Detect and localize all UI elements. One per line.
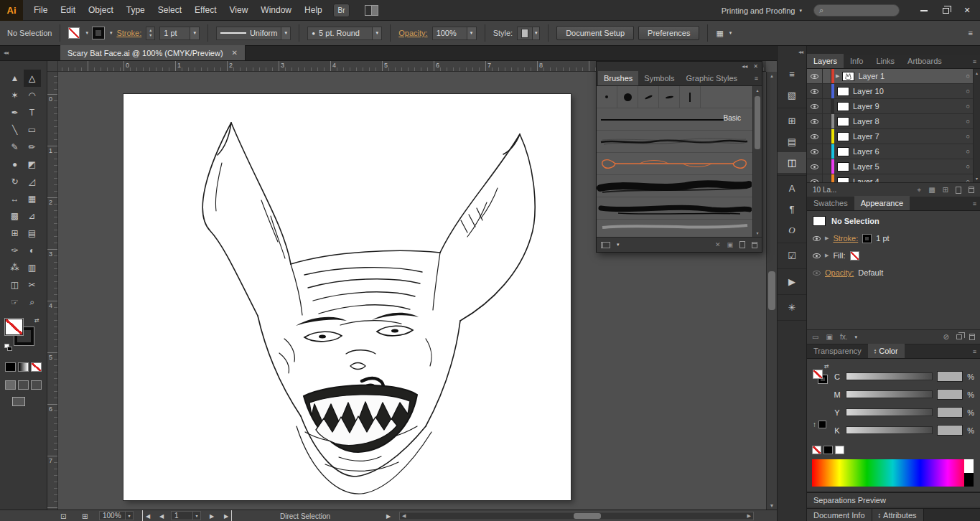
lock-toggle[interactable] xyxy=(823,99,831,113)
menu-object[interactable]: Object xyxy=(82,0,120,21)
target-circle[interactable]: ○ xyxy=(966,133,970,140)
chevron-down-icon[interactable]: ▾ xyxy=(532,27,539,39)
character-panel-icon[interactable]: A xyxy=(778,178,806,199)
delete-item-icon[interactable] xyxy=(969,334,975,340)
mesh-tool[interactable]: ⊞ xyxy=(6,225,24,242)
swap-fill-stroke-icon[interactable]: ⇄ xyxy=(34,317,39,324)
layer-name[interactable]: Layer 7 xyxy=(853,132,879,141)
target-circle[interactable]: ○ xyxy=(966,178,970,182)
vertical-ruler[interactable]: 012345678 xyxy=(47,72,58,510)
stroke-weight-stepper[interactable]: ▴▾ xyxy=(146,27,155,40)
target-circle[interactable]: ○ xyxy=(966,88,970,95)
visibility-toggle[interactable] xyxy=(807,69,823,83)
new-sublayer-icon[interactable]: ⊞ xyxy=(943,186,948,194)
target-circle[interactable]: ○ xyxy=(966,103,970,110)
stroke-link[interactable]: Stroke: xyxy=(116,29,141,37)
layer-thumbnail[interactable] xyxy=(837,87,849,96)
separations-preview-tab[interactable]: Separations Preview xyxy=(807,492,980,507)
layer-thumbnail[interactable] xyxy=(837,147,849,156)
color-button[interactable] xyxy=(5,362,16,372)
menu-effect[interactable]: Effect xyxy=(188,0,223,21)
scrollbar-thumb[interactable] xyxy=(574,513,601,519)
layer-name[interactable]: Layer 5 xyxy=(853,162,879,171)
status-menu-icon[interactable]: ▶ xyxy=(383,510,393,521)
tab-brushes[interactable]: Brushes xyxy=(598,71,638,85)
tab-color[interactable]: ▴▾ Color xyxy=(868,344,905,358)
stroke-swatch[interactable] xyxy=(93,27,104,39)
add-stroke-icon[interactable]: ▭ xyxy=(812,333,818,341)
layer-name[interactable]: Layer 1 xyxy=(858,72,885,80)
delete-layer-icon[interactable] xyxy=(969,187,974,193)
color-spectrum-bar[interactable] xyxy=(812,459,974,487)
chevron-down-icon[interactable]: ▾ xyxy=(110,30,113,36)
zoom-combo[interactable]: 100% ▾ xyxy=(99,511,134,520)
visibility-toggle[interactable] xyxy=(807,99,823,113)
layers-scrollbar[interactable]: ▴▾ xyxy=(973,69,980,182)
swap-fill-stroke-icon[interactable]: ⇄ xyxy=(824,363,829,370)
close-tab-icon[interactable]: ✕ xyxy=(232,49,238,57)
width-profile-combo[interactable]: Uniform ▾ xyxy=(216,27,291,40)
brush-item-rough2[interactable] xyxy=(597,197,752,220)
layer-name[interactable]: Layer 4 xyxy=(853,177,879,182)
lock-toggle[interactable] xyxy=(823,129,831,144)
layer-name[interactable]: Layer 9 xyxy=(853,102,879,111)
new-brush-icon[interactable] xyxy=(739,241,745,248)
chevron-down-icon[interactable]: ▾ xyxy=(372,27,381,39)
layer-name[interactable]: Layer 6 xyxy=(853,147,879,156)
screen-mode-button[interactable] xyxy=(12,397,25,406)
layer-row[interactable]: ▶Layer 1○ xyxy=(807,69,980,84)
blob-brush-tool[interactable]: ● xyxy=(6,156,24,173)
magenta-value-field[interactable] xyxy=(937,389,963,400)
free-transform-tool[interactable]: ▦ xyxy=(24,190,41,207)
column-graph-tool[interactable]: ▥ xyxy=(24,259,41,276)
add-effect-icon[interactable]: fx. xyxy=(840,333,848,341)
workspace-switcher[interactable]: Printing and Proofing ▾ xyxy=(722,6,802,15)
slice-tool[interactable]: ✂ xyxy=(24,276,41,294)
target-circle[interactable]: ○ xyxy=(966,72,970,80)
fill-row[interactable]: ▶ Fill: xyxy=(807,247,980,264)
expand-dock-icon[interactable]: ◂◂ xyxy=(798,49,803,55)
visibility-toggle[interactable] xyxy=(813,234,821,243)
lock-toggle[interactable] xyxy=(823,144,831,159)
brush-item-decorative[interactable] xyxy=(597,153,752,175)
chevron-down-icon[interactable]: ▾ xyxy=(854,334,857,340)
fill-label[interactable]: Fill: xyxy=(833,251,845,260)
paintbrush-tool[interactable]: ✎ xyxy=(6,139,24,156)
first-artboard-icon[interactable]: ◀ xyxy=(142,510,153,521)
panel-drag-bar[interactable]: ◂◂ ✕ xyxy=(597,62,762,71)
scroll-right-icon[interactable]: ▶ xyxy=(747,513,751,519)
stroke-link[interactable]: Stroke: xyxy=(833,234,858,243)
scrollbar-thumb[interactable] xyxy=(768,271,775,310)
ruler-origin[interactable] xyxy=(47,61,58,72)
brush-item[interactable] xyxy=(680,86,701,108)
panel-menu-icon[interactable]: ≡ xyxy=(973,348,976,355)
vertical-scrollbar[interactable]: ▴ ▼ xyxy=(766,72,777,510)
delete-brush-icon[interactable] xyxy=(752,242,757,248)
perspective-grid-tool[interactable]: ⊿ xyxy=(24,207,41,225)
artboard[interactable] xyxy=(123,94,571,500)
gradient-button[interactable] xyxy=(18,362,29,372)
brush-item[interactable] xyxy=(659,86,680,108)
align-options-icon[interactable]: ▦ xyxy=(716,29,723,38)
layer-row[interactable]: Layer 4○ xyxy=(807,174,980,182)
scroll-down-icon[interactable]: ▾ xyxy=(753,230,762,235)
menu-file[interactable]: File xyxy=(27,0,54,21)
chevron-down-icon[interactable]: ▾ xyxy=(190,27,199,39)
chevron-down-icon[interactable]: ▾ xyxy=(85,30,88,36)
search-input[interactable]: ⌕ xyxy=(813,4,900,17)
tab-info[interactable]: Info xyxy=(844,54,869,68)
menu-window[interactable]: Window xyxy=(254,0,298,21)
visibility-toggle[interactable] xyxy=(807,129,823,144)
control-panel-menu-icon[interactable]: ≡ xyxy=(969,29,973,37)
layer-name[interactable]: Layer 8 xyxy=(853,117,879,126)
previous-artboard-icon[interactable]: ◀ xyxy=(157,510,167,521)
opacity-combo[interactable]: 100% ▾ xyxy=(432,27,477,40)
target-circle[interactable]: ○ xyxy=(966,148,970,155)
eyedropper-tool[interactable]: ✑ xyxy=(6,242,24,259)
next-artboard-icon[interactable]: ▶ xyxy=(207,510,217,521)
scroll-down-icon[interactable]: ▼ xyxy=(767,503,777,508)
white-swatch[interactable] xyxy=(835,446,844,454)
fill-swatch[interactable] xyxy=(68,27,80,39)
expand-arrow-icon[interactable]: ▶ xyxy=(825,235,829,241)
attributes-tab[interactable]: ▴▾ Attributes xyxy=(872,509,924,521)
